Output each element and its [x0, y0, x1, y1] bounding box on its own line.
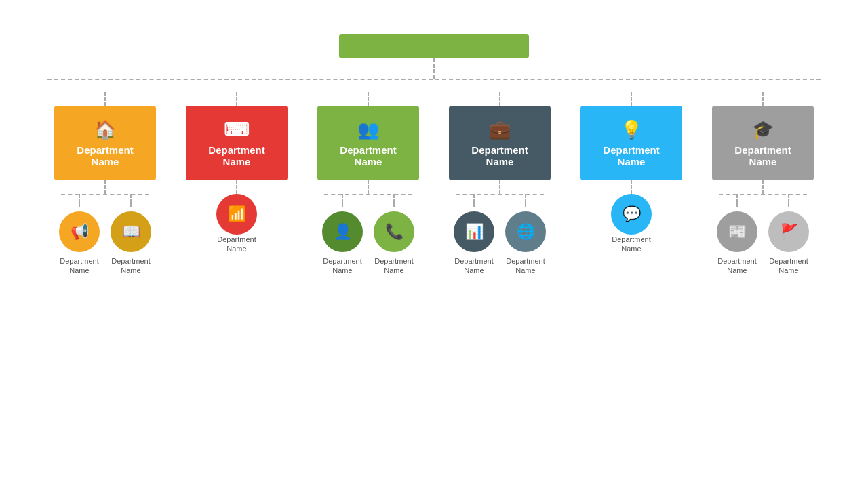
sub-item-1-2: 📖Department Name	[111, 194, 151, 276]
sub-item-3-1: 👤Department Name	[322, 194, 363, 276]
dept-icon-5: 💡	[620, 119, 642, 140]
sub-item-v-6-1	[736, 194, 738, 207]
org-root	[34, 34, 834, 58]
sub-h-line-6	[719, 194, 807, 195]
dept-icon-1: 🏠	[94, 119, 116, 140]
dept-col-6: 🎓Department Name📰Department Name🚩Departm…	[705, 92, 821, 276]
sub-item-3-2: 📞Department Name	[374, 194, 414, 276]
dept-name-2: Department Name	[208, 144, 264, 167]
dept-name-6: Department Name	[734, 144, 791, 167]
sub-circle-4-2[interactable]: 🌐	[505, 211, 546, 252]
sub-circle-6-1[interactable]: 📰	[717, 211, 757, 252]
sub-label-1-2: Department Name	[111, 256, 150, 276]
sub-circle-3-1[interactable]: 👤	[322, 211, 363, 252]
sub-v-5	[631, 180, 632, 194]
sub-label-3-2: Department Name	[374, 256, 413, 276]
dept-box-3[interactable]: 👥Department Name	[317, 106, 419, 180]
sub-item-v-3-2	[393, 194, 395, 207]
dept-icon-4: 💼	[489, 119, 511, 140]
sub-item-v-3-1	[342, 194, 343, 207]
sub-v-3	[368, 180, 369, 194]
sub-item-v-6-2	[788, 194, 789, 207]
sub-label-1-1: Department Name	[60, 256, 98, 276]
sub-items-row-6: 📰Department Name🚩Department Name	[717, 194, 809, 276]
dept-col-5: 💡Department Name💬Department Name	[574, 92, 689, 276]
dept-v-connector-6	[762, 92, 764, 106]
sub-circle-1-1[interactable]: 📢	[59, 211, 100, 252]
sub-item-v-1-1	[79, 194, 80, 207]
dept-col-3: 👥Department Name👤Department Name📞Departm…	[311, 92, 426, 276]
dept-col-4: 💼Department Name📊Department Name🌐Departm…	[442, 92, 557, 276]
sub-item-6-2: 🚩Department Name	[768, 194, 809, 276]
sub-label-6-2: Department Name	[769, 256, 808, 276]
sub-v-2	[236, 180, 237, 194]
sub-item-4-2: 🌐Department Name	[505, 194, 546, 276]
dept-col-2: ⌨Department Name📶Department Name	[179, 92, 294, 276]
sub-item-v-4-2	[525, 194, 526, 207]
dept-box-4[interactable]: 💼Department Name	[449, 106, 551, 180]
sub-items-row-1: 📢Department Name📖Department Name	[59, 194, 151, 276]
sub-items-row-3: 👤Department Name📞Department Name	[322, 194, 414, 276]
sub-v-4	[499, 180, 500, 194]
sub-circle-4-1[interactable]: 📊	[454, 211, 494, 252]
sub-label-5-1: Department Name	[612, 235, 650, 254]
dept-box-6[interactable]: 🎓Department Name	[712, 106, 814, 180]
dept-v-connector-4	[499, 92, 500, 106]
dept-v-connector-5	[631, 92, 632, 106]
sub-h-line-3	[324, 194, 412, 195]
dept-box-5[interactable]: 💡Department Name	[580, 106, 682, 180]
dept-icon-6: 🎓	[752, 119, 774, 140]
dept-col-1: 🏠Department Name📢Department Name📖Departm…	[47, 92, 163, 276]
sub-label-6-1: Department Name	[717, 256, 756, 276]
slide: 🏠Department Name📢Department Name📖Departm…	[0, 0, 868, 488]
sub-h-line-4	[456, 194, 544, 195]
dept-box-2[interactable]: ⌨Department Name	[186, 106, 288, 180]
sub-circle-5-1[interactable]: 💬	[611, 194, 652, 235]
sub-item-1-1: 📢Department Name	[59, 194, 100, 276]
dept-v-connector-1	[104, 92, 106, 106]
root-connector	[34, 58, 834, 79]
dept-v-connector-2	[236, 92, 237, 106]
departments-row: 🏠Department Name📢Department Name📖Departm…	[47, 92, 821, 276]
dept-v-connector-3	[368, 92, 369, 106]
sub-label-2-1: Department Name	[217, 235, 256, 254]
sub-item-v-1-2	[130, 194, 132, 207]
dept-name-3: Department Name	[340, 144, 396, 167]
sub-item-v-4-1	[473, 194, 475, 207]
sub-v-1	[104, 180, 106, 194]
sub-label-4-2: Department Name	[506, 256, 545, 276]
sub-items-row-4: 📊Department Name🌐Department Name	[454, 194, 546, 276]
dept-name-5: Department Name	[603, 144, 659, 167]
sub-circle-6-2[interactable]: 🚩	[768, 211, 809, 252]
sub-label-4-1: Department Name	[454, 256, 493, 276]
dept-icon-2: ⌨	[224, 119, 250, 140]
sub-item-4-1: 📊Department Name	[454, 194, 494, 276]
sub-circle-1-2[interactable]: 📖	[111, 211, 151, 252]
dept-name-1: Department Name	[77, 144, 133, 167]
sub-circle-3-2[interactable]: 📞	[374, 211, 414, 252]
sub-circle-2-1[interactable]: 📶	[216, 194, 257, 235]
sub-item-6-1: 📰Department Name	[717, 194, 757, 276]
dept-name-4: Department Name	[471, 144, 528, 167]
single-sub-2: 📶Department Name	[216, 194, 257, 254]
dept-icon-3: 👥	[357, 119, 379, 140]
sub-label-3-1: Department Name	[323, 256, 361, 276]
sub-v-6	[762, 180, 764, 194]
root-box[interactable]	[339, 34, 529, 58]
single-sub-5: 💬Department Name	[611, 194, 652, 254]
sub-h-line-1	[61, 194, 149, 195]
dept-box-1[interactable]: 🏠Department Name	[54, 106, 156, 180]
h-line-container	[47, 79, 821, 92]
h-line	[47, 79, 821, 80]
